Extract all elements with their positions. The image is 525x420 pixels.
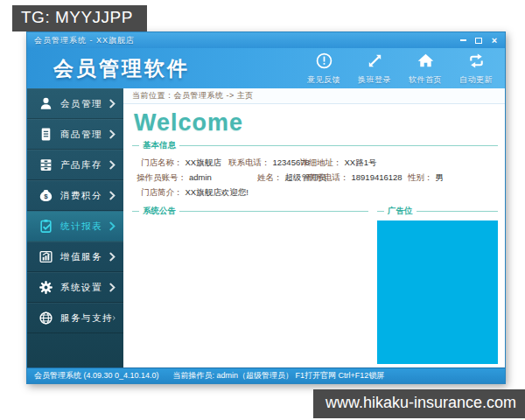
section-title: 系统公告 — [143, 206, 176, 217]
sidebar-item-service-support[interactable]: 服务与支持 — [27, 303, 123, 333]
diagonal-arrows-icon — [366, 52, 384, 74]
info-field-store-name: 门店名称：XX旗舰店 — [141, 158, 228, 169]
minimize-button[interactable] — [457, 35, 469, 46]
basic-info-section-header: 基本信息 — [132, 140, 498, 151]
money-bag-icon: $ — [38, 188, 53, 203]
drawers-icon — [38, 158, 53, 172]
auto-update-button[interactable]: 自动更新 — [459, 52, 493, 86]
welcome-heading: Welcome — [134, 109, 498, 136]
header-action-label: 自动更新 — [459, 74, 493, 86]
info-field-operator-account: 操作员账号：admin — [136, 172, 257, 184]
maximize-icon — [475, 38, 482, 44]
header-actions: 意见反馈 换班登录 软件首页 自动更新 — [307, 52, 493, 86]
section-line — [132, 211, 139, 212]
content-area: 当前位置：会员管理系统 -> 主页 Welcome 基本信息 门店名称：XX旗舰… — [123, 88, 505, 368]
main-area: 会员管理 商品管理 产品库存 $ 消 — [27, 88, 505, 368]
info-field-store-intro: 门店简介：XX旗舰店欢迎您! — [141, 187, 248, 199]
section-title: 基本信息 — [143, 140, 176, 151]
sidebar-item-system-settings[interactable]: 系统设置 — [27, 272, 123, 303]
chevron-right-icon — [109, 283, 116, 292]
maximize-button[interactable] — [472, 35, 485, 46]
app-header: 会员管理软件 意见反馈 换班登录 软件首页 — [27, 48, 505, 88]
person-icon — [38, 96, 53, 111]
info-row: 操作员账号：admin 姓名：超级管理员 联系电话：18919416128 性别… — [132, 171, 498, 186]
chevron-right-icon — [109, 191, 116, 200]
chevron-right-icon — [109, 221, 116, 231]
chevron-right-icon — [109, 130, 116, 139]
sidebar-item-member-management[interactable]: 会员管理 — [27, 88, 123, 119]
info-field-address: 详细地址：XX路1号 — [300, 158, 376, 169]
globe-icon — [38, 311, 53, 326]
app-title: 会员管理软件 — [53, 55, 190, 82]
section-title: 广告位 — [388, 206, 413, 217]
sidebar-item-goods-management[interactable]: 商品管理 — [27, 119, 123, 150]
info-row: 门店名称：XX旗舰店 联系电话：12345678 详细地址：XX路1号 — [132, 156, 498, 171]
sidebar-item-label: 服务与支持 — [60, 312, 113, 325]
section-line — [377, 211, 384, 212]
window-titlebar: 会员管理系统 - XX旗舰店 × — [27, 32, 505, 48]
sidebar-nav: 会员管理 商品管理 产品库存 $ 消 — [27, 88, 123, 368]
website-watermark-label: www.hikaku-insurance.com — [313, 389, 525, 418]
chevron-right-icon — [109, 99, 116, 108]
section-line — [416, 211, 499, 212]
section-line — [132, 145, 139, 146]
chevron-right-icon — [113, 313, 116, 323]
sidebar-item-statistics-report[interactable]: 统计报表 — [27, 211, 123, 242]
close-button[interactable]: × — [488, 35, 500, 46]
sidebar-item-consumption-points[interactable]: $ 消费积分 — [27, 180, 123, 211]
sidebar-item-label: 消费积分 — [60, 190, 109, 202]
window-title: 会员管理系统 - XX旗舰店 — [34, 35, 135, 46]
exclamation-circle-icon — [315, 52, 333, 74]
info-row: 门店简介：XX旗舰店欢迎您! — [132, 186, 498, 200]
shift-login-button[interactable]: 换班登录 — [358, 52, 391, 86]
document-icon — [38, 127, 53, 142]
content-body: Welcome 基本信息 门店名称：XX旗舰店 联系电话：12345678 详细… — [123, 104, 505, 368]
close-icon: × — [492, 36, 497, 46]
section-line — [179, 211, 368, 212]
status-version-text: 会员管理系统 (4.09.30 0_4.10.14.0) — [34, 370, 159, 382]
sidebar-item-label: 产品库存 — [60, 159, 109, 172]
info-field-operator-phone: 联系电话：18919416128 — [307, 172, 408, 184]
info-field-operator-name: 姓名：超级管理员 — [257, 172, 307, 184]
status-bar: 会员管理系统 (4.09.30 0_4.10.14.0) 当前操作员: admi… — [27, 368, 505, 383]
header-action-label: 意见反馈 — [307, 74, 340, 86]
software-home-button[interactable]: 软件首页 — [409, 52, 442, 86]
ad-section-header: 广告位 — [377, 206, 498, 217]
feedback-button[interactable]: 意见反馈 — [307, 52, 340, 86]
breadcrumb: 当前位置：会员管理系统 -> 主页 — [123, 88, 505, 104]
header-action-label: 换班登录 — [358, 74, 391, 86]
status-operator-text: 当前操作员: admin（超级管理员） F1打开官网 Ctrl+F12锁屏 — [173, 370, 385, 382]
app-window: 会员管理系统 - XX旗舰店 × 会员管理软件 意见反馈 换班登录 — [26, 32, 506, 384]
ad-section: 广告位 — [377, 206, 498, 368]
tg-watermark-label: TG: MYYJJPP — [12, 5, 147, 32]
announcement-section-header: 系统公告 — [132, 206, 368, 217]
info-field-store-phone: 联系电话：12345678 — [228, 158, 300, 169]
sidebar-item-value-added-services[interactable]: 增值服务 — [27, 242, 123, 272]
section-line — [179, 145, 498, 146]
ad-placeholder-block — [377, 220, 498, 364]
sidebar-item-label: 会员管理 — [60, 98, 109, 110]
bar-chart-icon — [38, 249, 53, 264]
chevron-right-icon — [109, 160, 116, 170]
sidebar-item-label: 增值服务 — [60, 251, 109, 263]
sidebar-item-label: 系统设置 — [60, 282, 109, 294]
home-icon — [416, 52, 435, 74]
lower-sections: 系统公告 广告位 — [132, 206, 498, 368]
header-action-label: 软件首页 — [409, 74, 442, 86]
info-field-gender: 性别：男 — [408, 172, 444, 184]
refresh-icon — [467, 52, 486, 74]
minimize-icon — [460, 39, 466, 41]
sidebar-item-label: 统计报表 — [60, 220, 109, 233]
basic-info-rows: 门店名称：XX旗舰店 联系电话：12345678 详细地址：XX路1号 操作员账… — [132, 156, 498, 200]
window-controls: × — [453, 35, 500, 46]
svg-text:$: $ — [44, 192, 48, 200]
announcement-section: 系统公告 — [132, 206, 368, 368]
gear-icon — [38, 280, 53, 295]
sidebar-item-label: 商品管理 — [60, 129, 109, 141]
chevron-right-icon — [109, 252, 116, 262]
clipboard-check-icon — [38, 219, 53, 234]
sidebar-item-product-inventory[interactable]: 产品库存 — [27, 150, 123, 180]
